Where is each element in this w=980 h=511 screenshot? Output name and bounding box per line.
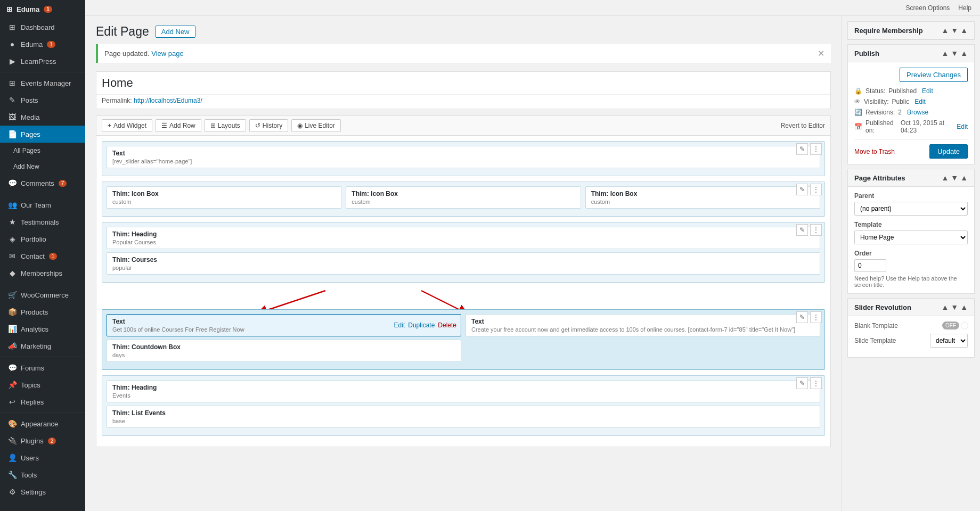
add-widget-button[interactable]: + Add Widget	[102, 119, 152, 132]
slide-template-select[interactable]: default	[930, 334, 968, 348]
live-editor-button[interactable]: ◉ Live Editor	[291, 119, 341, 132]
pa-collapse-down[interactable]: ▼	[951, 174, 958, 182]
right-sidebar: Require Membership ▲ ▼ ▲ Publish ▲ ▼ ▲	[842, 16, 980, 511]
row-menu-icon-5[interactable]: ⋮	[810, 377, 822, 389]
add-row-button[interactable]: ☰ Add Row	[156, 119, 201, 132]
preview-changes-button[interactable]: Preview Changes	[900, 68, 968, 82]
widget-edit-link[interactable]: Edit	[394, 322, 405, 329]
sidebar-item-memberships[interactable]: ◆ Memberships	[0, 265, 85, 282]
sidebar-item-topics[interactable]: 📌 Topics	[0, 376, 85, 393]
posts-icon: ✎	[8, 96, 17, 104]
sidebar-item-marketing[interactable]: 📣 Marketing	[0, 337, 85, 355]
row-edit-icon[interactable]: ✎	[796, 143, 808, 155]
sidebar-item-label: WooCommerce	[21, 291, 69, 299]
order-label: Order	[854, 250, 968, 257]
topics-icon: 📌	[8, 381, 17, 389]
pb-row-3: Thim: Heading Popular Courses Thim: Cour…	[102, 222, 825, 283]
sidebar-item-label: Portfolio	[21, 235, 46, 243]
rm-collapse-down[interactable]: ▼	[951, 26, 958, 35]
row-edit-icon-3[interactable]: ✎	[796, 224, 808, 236]
widget-thim-courses: Thim: Courses popular	[107, 252, 820, 275]
sidebar-item-portfolio[interactable]: ◈ Portfolio	[0, 230, 85, 248]
sidebar-item-dashboard[interactable]: ⊞ Dashboard	[0, 19, 85, 36]
widget-delete-link[interactable]: Delete	[438, 322, 456, 329]
template-select[interactable]: Home Page Default Template Full Width	[854, 230, 968, 244]
sidebar-item-replies[interactable]: ↩ Replies	[0, 393, 85, 410]
published-edit-link[interactable]: Edit	[957, 123, 968, 130]
slider-revolution-header: Slider Revolution ▲ ▼ ▲	[848, 299, 974, 316]
events-icon: ⊞	[8, 79, 17, 87]
widget-thim-heading-events: Thim: Heading Events	[107, 380, 820, 402]
sr-close[interactable]: ▲	[960, 303, 968, 311]
sidebar-item-woocommerce[interactable]: 🛒 WooCommerce	[0, 286, 85, 303]
widget-duplicate-link[interactable]: Duplicate	[408, 322, 435, 329]
sidebar-item-add-new[interactable]: Add New	[0, 159, 85, 175]
visibility-edit-link[interactable]: Edit	[914, 98, 926, 105]
row-menu-icon-2[interactable]: ⋮	[810, 184, 822, 195]
sr-collapse-down[interactable]: ▼	[951, 303, 958, 311]
history-button[interactable]: ↺ History	[249, 119, 288, 132]
page-name-input[interactable]: Home	[96, 72, 830, 94]
sidebar-item-forums[interactable]: 💬 Forums	[0, 359, 85, 376]
publish-collapse-up[interactable]: ▲	[941, 49, 949, 57]
sidebar-item-plugins[interactable]: 🔌 Plugins 2	[0, 432, 85, 449]
sidebar-item-appearance[interactable]: 🎨 Appearance	[0, 415, 85, 432]
layouts-button[interactable]: ⊞ Layouts	[205, 119, 246, 132]
row-menu-icon-3[interactable]: ⋮	[810, 224, 822, 236]
widget-text-register: Text Get 100s of online Courses For Free…	[107, 314, 461, 336]
sidebar-item-products[interactable]: 📦 Products	[0, 303, 85, 320]
sidebar-item-comments[interactable]: 💬 Comments 7	[0, 175, 85, 192]
sidebar-item-label: Dashboard	[21, 23, 55, 31]
parent-select[interactable]: (no parent)	[854, 202, 968, 216]
sidebar-item-events-manager[interactable]: ⊞ Events Manager	[0, 75, 85, 92]
sidebar-item-testimonials[interactable]: ★ Testimonials	[0, 213, 85, 230]
sidebar-item-analytics[interactable]: 📊 Analytics	[0, 320, 85, 337]
sidebar-logo[interactable]: ⊞ Eduma 1	[0, 0, 85, 19]
sidebar-item-tools[interactable]: 🔧 Tools	[0, 466, 85, 483]
add-new-button[interactable]: Add New	[156, 26, 195, 38]
main-area: Screen Options Help Edit Page Add New Pa…	[85, 0, 980, 511]
sidebar-item-our-team[interactable]: 👥 Our Team	[0, 196, 85, 213]
view-page-link[interactable]: View page	[151, 50, 183, 57]
notice-close-button[interactable]: ✕	[818, 48, 824, 59]
row-2-cols: Thim: Icon Box custom Thim: Icon Box cus…	[107, 186, 820, 212]
toolbar-left: + Add Widget ☰ Add Row ⊞ Layouts ↺ Histo…	[102, 119, 341, 132]
sidebar-item-all-pages[interactable]: All Pages	[0, 143, 85, 159]
status-edit-link[interactable]: Edit	[922, 87, 933, 95]
publish-collapse-down[interactable]: ▼	[951, 49, 958, 57]
revert-to-editor-link[interactable]: Revert to Editor	[781, 122, 825, 129]
row-menu-icon[interactable]: ⋮	[810, 143, 822, 155]
sidebar-item-users[interactable]: 👤 Users	[0, 449, 85, 466]
row-2-col-2: Thim: Icon Box custom	[346, 186, 581, 212]
help-link[interactable]: Help	[958, 4, 971, 12]
sidebar-item-pages[interactable]: 📄 Pages	[0, 126, 85, 143]
move-to-trash-link[interactable]: Move to Trash	[854, 148, 895, 155]
sidebar-item-media[interactable]: 🖼 Media	[0, 109, 85, 126]
sidebar-item-contact[interactable]: ✉ Contact 1	[0, 248, 85, 265]
order-input[interactable]: 0	[854, 259, 886, 272]
rm-close[interactable]: ▲	[960, 26, 968, 35]
blank-template-toggle[interactable]: OFF	[942, 322, 968, 329]
sidebar-item-learnpress[interactable]: ▶ LearnPress	[0, 53, 85, 70]
contact-badge: 1	[49, 253, 58, 260]
published-row: 📅 Published on: Oct 19, 2015 at 04:23 Ed…	[854, 119, 968, 134]
sidebar-item-settings[interactable]: ⚙ Settings	[0, 483, 85, 500]
visibility-icon: 👁	[854, 98, 861, 105]
sidebar-item-posts[interactable]: ✎ Posts	[0, 92, 85, 109]
page-attributes-panel: Page Attributes ▲ ▼ ▲ Parent (no parent)…	[847, 169, 975, 294]
sr-collapse-up[interactable]: ▲	[941, 303, 949, 311]
page-title: Edit Page	[96, 24, 149, 39]
row-edit-icon-5[interactable]: ✎	[796, 377, 808, 389]
pa-close[interactable]: ▲	[960, 174, 968, 182]
rm-collapse-up[interactable]: ▲	[941, 26, 949, 35]
publish-close[interactable]: ▲	[960, 49, 968, 57]
revisions-browse-link[interactable]: Browse	[907, 109, 928, 116]
row-edit-icon-2[interactable]: ✎	[796, 184, 808, 195]
pa-collapse-up[interactable]: ▲	[941, 174, 949, 182]
row-menu-icon-4[interactable]: ⋮	[810, 311, 822, 323]
row-edit-icon-4[interactable]: ✎	[796, 311, 808, 323]
update-button[interactable]: Update	[929, 144, 968, 159]
permalink-link[interactable]: http://localhost/Eduma3/	[134, 97, 202, 104]
screen-options-link[interactable]: Screen Options	[906, 4, 950, 12]
sidebar-item-eduma[interactable]: ● Eduma 1	[0, 36, 85, 53]
